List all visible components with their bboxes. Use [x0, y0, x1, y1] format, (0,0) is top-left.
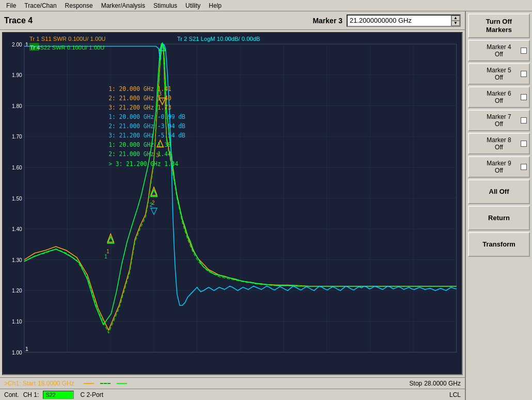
svg-text:1.20: 1.20	[12, 288, 22, 294]
svg-text:2.00: 2.00	[12, 41, 22, 47]
svg-text:1: 1	[106, 249, 109, 254]
svg-text:1:    20.000 GHz     1.39: 1: 20.000 GHz 1.39	[108, 141, 171, 148]
bottom-bar: >Ch1: Start 18.0000 GHz Stop 28.0000 GHz	[0, 377, 465, 389]
menu-stimulus[interactable]: Stimulus	[149, 1, 181, 10]
marker-input-container: ▲ ▼	[347, 14, 461, 27]
header-bar: Trace 4 Marker 3 ▲ ▼	[0, 11, 465, 30]
main-container: Trace 4 Marker 3 ▲ ▼	[0, 11, 532, 400]
svg-text:2:    21.000 GHz     1.44: 2: 21.000 GHz 1.44	[108, 150, 171, 158]
svg-text:1.60: 1.60	[12, 165, 22, 171]
marker4-button[interactable]: Marker 4 Off	[468, 40, 530, 61]
ch1-start-label: >Ch1: Start	[4, 380, 36, 387]
ch-value-input[interactable]	[43, 391, 74, 399]
trace-label: Trace 4	[4, 16, 33, 25]
marker-label: Marker 3	[312, 17, 342, 25]
marker8-checkbox[interactable]	[521, 141, 527, 147]
legend-orange-dash	[84, 383, 94, 384]
svg-text:3:    21.200 GHz     1.73: 3: 21.200 GHz 1.73	[108, 104, 171, 111]
svg-text:S22 SWR 0.100U/  1.00U: S22 SWR 0.100U/ 1.00U	[40, 44, 104, 51]
cont-label: Cont.	[4, 391, 19, 398]
svg-text:2: 2	[150, 202, 153, 208]
chart-svg: 2.00 1.90 1.80 1.70 1.60 1.50 1.40 1.30 …	[3, 33, 462, 374]
svg-text:1.90: 1.90	[12, 72, 22, 78]
transform-button[interactable]: Transform	[468, 232, 530, 257]
svg-text:3: 3	[159, 55, 162, 60]
marker9-checkbox[interactable]	[521, 164, 527, 170]
menubar: File Trace/Chan Response Marker/Analysis…	[0, 0, 532, 11]
marker6-button[interactable]: Marker 6 Off	[468, 86, 530, 108]
svg-text:2:    21.000 GHz    -3.04 dB: 2: 21.000 GHz -3.04 dB	[108, 122, 185, 130]
legend-green	[116, 383, 128, 384]
svg-text:1.80: 1.80	[12, 103, 22, 109]
turn-off-markers-button[interactable]: Turn Off Markers	[468, 13, 530, 38]
status-bar: Cont. CH 1: C 2-Port LCL	[0, 389, 465, 400]
marker-spinner: ▲ ▼	[451, 16, 460, 26]
marker6-checkbox[interactable]	[521, 94, 527, 100]
svg-text:1.50: 1.50	[12, 195, 22, 201]
svg-text:1.70: 1.70	[12, 134, 22, 140]
menu-marker-analysis[interactable]: Marker/Analysis	[97, 1, 149, 10]
svg-text:> 3:  21.200 GHz     1.34: > 3: 21.200 GHz 1.34	[108, 160, 178, 167]
legend-dashed-dash	[100, 383, 111, 384]
stop-freq: 28.0000 GHz	[424, 380, 461, 387]
svg-text:Tr 4: Tr 4	[30, 44, 40, 51]
svg-text:1.10: 1.10	[12, 319, 22, 325]
svg-text:1.00: 1.00	[12, 349, 22, 355]
marker-value-input[interactable]	[348, 16, 451, 25]
start-freq: 18.0000 GHz	[38, 380, 74, 387]
svg-text:1:    20.000 GHz    -0.99 dB: 1: 20.000 GHz -0.99 dB	[108, 113, 185, 120]
legend-green-dash	[117, 383, 127, 384]
marker4-checkbox[interactable]	[521, 48, 527, 54]
marker9-button[interactable]: Marker 9 Off	[468, 156, 530, 178]
sidebar: Turn Off Markers Marker 4 Off Marker 5 O…	[465, 11, 532, 400]
menu-response[interactable]: Response	[61, 1, 97, 10]
spinner-up[interactable]: ▲	[451, 16, 460, 21]
marker7-button[interactable]: Marker 7 Off	[468, 110, 530, 131]
svg-text:1.40: 1.40	[12, 226, 22, 232]
svg-text:2:    21.000 GHz     1.40: 2: 21.000 GHz 1.40	[108, 95, 171, 102]
return-button[interactable]: Return	[468, 206, 530, 230]
svg-text:1.30: 1.30	[12, 257, 22, 263]
ch1-label: CH 1:	[23, 391, 39, 398]
legend-orange	[83, 383, 95, 384]
chart-area: 2.00 1.90 1.80 1.70 1.60 1.50 1.40 1.30 …	[2, 32, 463, 375]
marker5-checkbox[interactable]	[521, 71, 527, 77]
marker5-button[interactable]: Marker 5 Off	[468, 63, 530, 85]
svg-text:3:    21.200 GHz    -5.54 dB: 3: 21.200 GHz -5.54 dB	[108, 132, 185, 139]
marker8-button[interactable]: Marker 8 Off	[468, 133, 530, 155]
stop-label: Stop	[410, 380, 423, 387]
marker7-checkbox[interactable]	[521, 117, 527, 124]
legend-dashed	[99, 383, 112, 384]
svg-text:1: 1	[25, 346, 28, 352]
svg-rect-0	[3, 33, 462, 374]
menu-trace-chan[interactable]: Trace/Chan	[20, 1, 60, 10]
c-port-label: C 2-Port	[80, 391, 103, 398]
menu-utility[interactable]: Utility	[181, 1, 205, 10]
svg-text:Tr 1  S11 SWR 0.100U/  1.00U: Tr 1 S11 SWR 0.100U/ 1.00U	[29, 36, 105, 42]
svg-text:1: 1	[104, 254, 107, 259]
svg-text:Tr 2  S21 LogM 10.00dB/  0.00d: Tr 2 S21 LogM 10.00dB/ 0.00dB	[177, 36, 260, 42]
all-off-button[interactable]: All Off	[468, 179, 530, 204]
menu-file[interactable]: File	[2, 1, 20, 10]
lcl-label: LCL	[449, 391, 461, 398]
svg-text:1:    20.000 GHz     1.41: 1: 20.000 GHz 1.41	[108, 85, 171, 93]
left-area: Trace 4 Marker 3 ▲ ▼	[0, 11, 465, 400]
menu-help[interactable]: Help	[205, 1, 226, 10]
spinner-down[interactable]: ▼	[451, 21, 460, 26]
